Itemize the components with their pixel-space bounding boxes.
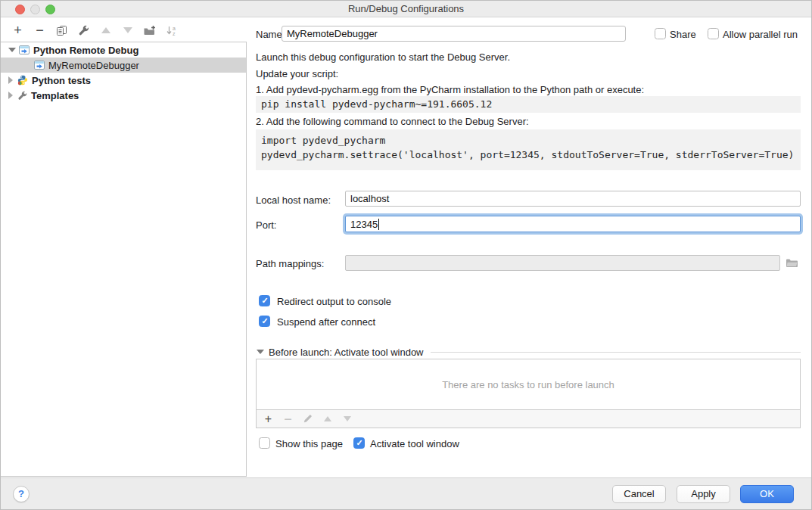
configurations-toolbar: + − az [1,19,247,42]
activate-tool-window-label: Activate tool window [370,438,459,449]
copy-icon[interactable] [55,24,68,37]
tree-item-label: Python tests [32,75,91,86]
ok-button[interactable]: OK [740,485,794,503]
chevron-down-icon[interactable] [8,48,16,52]
tree-item-label: Templates [31,90,79,101]
add-icon[interactable]: + [263,413,274,424]
templates-icon [17,91,27,101]
show-this-page-checkbox[interactable] [259,437,270,449]
allow-parallel-run-checkbox[interactable] [708,28,719,39]
settrace-code-line1: import pydevd_pycharm [261,135,385,146]
description-step2: 2. Add the following command to connect … [256,116,529,127]
name-input[interactable] [282,26,626,42]
move-up-icon[interactable] [99,24,112,37]
svg-text:a: a [173,25,176,30]
chevron-right-icon[interactable] [8,92,13,99]
section-divider [431,352,801,353]
settrace-code-line2: pydevd_pycharm.settrace('localhost', por… [261,149,794,160]
local-host-name-input[interactable] [345,191,801,207]
description-step1: 1. Add pydevd-pycharm.egg from the PyCha… [256,84,644,95]
remote-debug-icon [19,45,30,54]
svg-text:z: z [173,31,176,36]
window-title: Run/Debug Configurations [1,1,811,17]
pip-install-code: pip install pydevd-pycharm~=191.6605.12 [256,96,801,113]
redirect-output-label: Redirect output to console [277,296,391,307]
help-button[interactable]: ? [13,486,30,502]
move-down-icon[interactable] [121,24,134,37]
close-window-button[interactable] [15,5,25,14]
empty-tasks-text: There are no tasks to run before launch [442,379,614,390]
configurations-tree: Python Remote Debug MyRemoteDebugger Pyt… [1,42,247,477]
activate-tool-window-checkbox[interactable] [353,437,365,449]
redirect-output-checkbox[interactable] [259,295,270,306]
edit-icon[interactable] [302,413,313,424]
allow-parallel-run-label: Allow parallel run [723,29,798,40]
description-update: Update your script: [256,68,338,79]
run-debug-configurations-dialog: Run/Debug Configurations + − az Python R… [0,0,812,510]
path-mappings-label: Path mappings: [256,258,324,269]
local-host-name-label: Local host name: [256,194,331,206]
tree-item-myremotedebugger[interactable]: MyRemoteDebugger [1,58,246,73]
new-folder-icon[interactable] [143,24,156,37]
browse-folder-icon[interactable] [786,258,798,269]
name-label: Name: [256,29,285,40]
before-launch-toolbar: + − [256,410,801,428]
sort-alphabetically-icon[interactable]: az [165,24,178,37]
path-mappings-field [345,255,780,271]
settrace-code: import pydevd_pycharmpydevd_pycharm.sett… [256,129,801,170]
titlebar: Run/Debug Configurations [1,1,811,17]
suspend-after-connect-label: Suspend after connect [277,316,375,328]
move-up-icon[interactable] [322,413,333,424]
edit-templates-icon[interactable] [77,24,90,37]
python-tests-icon [17,75,28,86]
port-input[interactable] [345,216,801,232]
description-intro: Launch this debug configuration to start… [256,51,510,63]
minimize-window-button[interactable] [30,5,40,14]
zoom-window-button[interactable] [45,5,55,14]
before-launch-task-list: There are no tasks to run before launch [256,359,801,410]
share-label: Share [670,29,696,40]
dialog-footer: ? Cancel Apply OK [1,477,811,510]
cancel-button[interactable]: Cancel [612,485,666,503]
show-this-page-label: Show this page [275,438,343,449]
tree-item-label: MyRemoteDebugger [48,60,139,71]
suspend-after-connect-checkbox[interactable] [259,316,270,327]
apply-button[interactable]: Apply [677,485,730,503]
move-down-icon[interactable] [341,413,353,424]
port-label: Port: [256,219,276,231]
share-checkbox[interactable] [655,28,666,39]
remove-icon[interactable]: − [282,413,294,424]
section-collapse-icon[interactable] [257,350,264,354]
before-launch-title: Before launch: Activate tool window [269,347,424,358]
add-icon[interactable]: + [11,24,24,37]
tree-item-templates[interactable]: Templates [1,88,246,103]
tree-item-label: Python Remote Debug [33,45,138,56]
remove-icon[interactable]: − [33,24,46,37]
remote-debug-icon [34,61,45,70]
chevron-right-icon[interactable] [8,76,13,84]
text-caret [378,219,379,230]
tree-item-python-tests[interactable]: Python tests [1,73,246,88]
tree-item-python-remote-debug[interactable]: Python Remote Debug [1,42,246,58]
